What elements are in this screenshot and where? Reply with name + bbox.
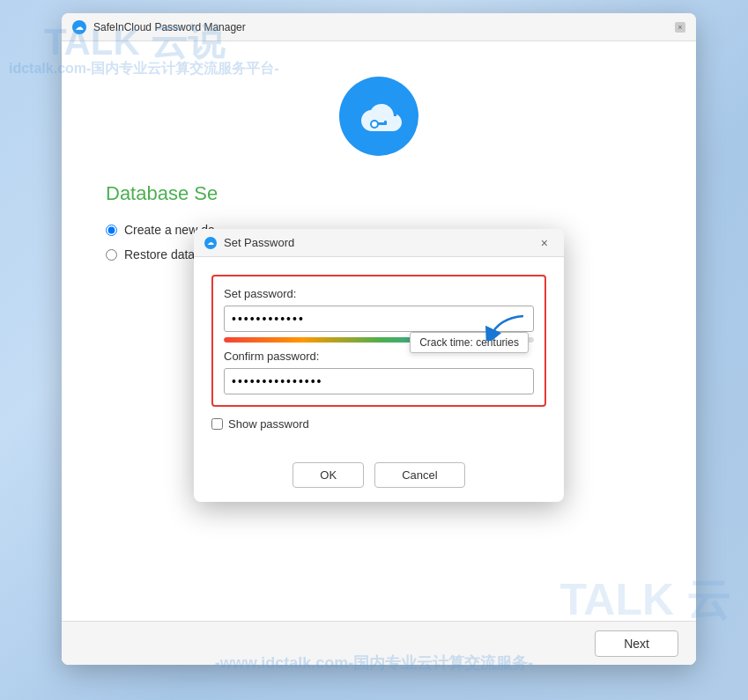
strength-bar-container: Crack time: centuries bbox=[224, 337, 534, 343]
dialog-title: Set Password bbox=[224, 236, 536, 249]
ok-button[interactable]: OK bbox=[293, 462, 364, 488]
bottom-bar: Next bbox=[62, 621, 696, 665]
title-bar: ☁ SafeInCloud Password Manager × bbox=[62, 13, 696, 41]
window-controls: × bbox=[675, 22, 685, 33]
set-password-dialog: ☁ Set Password × Set password: Crack tim… bbox=[194, 229, 564, 502]
next-button[interactable]: Next bbox=[595, 630, 678, 657]
set-password-label: Set password: bbox=[224, 287, 534, 300]
show-password-checkbox[interactable] bbox=[211, 418, 223, 430]
dialog-footer: OK Cancel bbox=[194, 448, 564, 502]
dialog-title-bar: ☁ Set Password × bbox=[194, 229, 564, 257]
app-icon: ☁ bbox=[72, 20, 86, 34]
password-fields-highlight: Set password: Crack time: centuries bbox=[211, 275, 546, 407]
window-close-button[interactable]: × bbox=[675, 22, 685, 33]
dialog-close-button[interactable]: × bbox=[536, 234, 553, 252]
dialog-body: Set password: Crack time: centuries bbox=[194, 257, 564, 448]
svg-rect-3 bbox=[384, 121, 387, 125]
window-title: SafeInCloud Password Manager bbox=[93, 21, 675, 33]
svg-point-1 bbox=[372, 122, 377, 127]
cloud-key-icon bbox=[355, 97, 404, 136]
dialog-app-icon: ☁ bbox=[204, 237, 217, 249]
confirm-password-field-group: Confirm password: bbox=[224, 350, 534, 394]
db-setup-title: Database Se bbox=[106, 182, 652, 205]
show-password-row: Show password bbox=[211, 417, 546, 431]
create-db-radio[interactable] bbox=[106, 225, 117, 236]
tooltip-arrow-icon bbox=[481, 314, 525, 341]
confirm-password-input[interactable] bbox=[224, 368, 534, 394]
cloud-icon-wrapper bbox=[339, 77, 418, 156]
restore-db-radio[interactable] bbox=[106, 249, 117, 261]
show-password-label: Show password bbox=[228, 417, 309, 431]
cancel-button[interactable]: Cancel bbox=[374, 462, 464, 488]
